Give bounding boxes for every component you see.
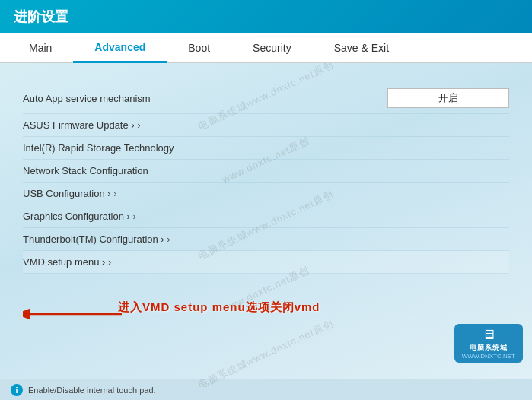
- settings-row-intel-rst: Intel(R) Rapid Storage Technology: [23, 137, 509, 160]
- settings-row-vmd-setup[interactable]: VMD setup menu ›: [23, 251, 509, 274]
- settings-list: Auto App service mechanism开启ASUS Firmwar…: [23, 83, 509, 274]
- brand-name: 电脑系统城: [462, 343, 515, 353]
- annotation-text: 进入VMD setup menu选项关闭vmd: [118, 300, 320, 313]
- tab-advanced[interactable]: Advanced: [73, 33, 167, 63]
- settings-row-network-stack: Network Stack Configuration: [23, 160, 509, 183]
- tab-boot[interactable]: Boot: [167, 34, 231, 62]
- nav-tabs: MainAdvancedBootSecuritySave & Exit: [0, 33, 532, 63]
- settings-row-thunderbolt[interactable]: Thunderbolt(TM) Configuration ›: [23, 228, 509, 251]
- row-label-usb-config: USB Configuration ›: [23, 188, 509, 199]
- bottom-bar: i Enable/Disable internal touch pad.: [0, 379, 532, 400]
- tab-save-exit[interactable]: Save & Exit: [313, 34, 410, 62]
- title-bar: 进阶设置: [0, 0, 532, 33]
- settings-row-auto-app[interactable]: Auto App service mechanism开启: [23, 83, 509, 114]
- info-icon: i: [11, 384, 23, 396]
- tab-security[interactable]: Security: [231, 34, 313, 62]
- row-label-graphics-config: Graphics Configuration ›: [23, 211, 509, 222]
- page-title: 进阶设置: [14, 8, 68, 26]
- brand-url: WWW.DNXTC.NET: [462, 353, 515, 360]
- red-arrow-container: [23, 303, 129, 328]
- settings-row-usb-config[interactable]: USB Configuration ›: [23, 183, 509, 205]
- brand-box: 🖥 电脑系统城 WWW.DNXTC.NET: [454, 324, 523, 363]
- main-content: 电脑系统城www.dnxtc.net原创 www.dnxtc.net原创 电脑系…: [0, 63, 532, 387]
- annotation-box: 进入VMD setup menu选项关闭vmd: [118, 300, 320, 315]
- bottom-bar-text: Enable/Disable internal touch pad.: [28, 386, 156, 395]
- row-label-intel-rst: Intel(R) Rapid Storage Technology: [23, 142, 509, 154]
- row-label-network-stack: Network Stack Configuration: [23, 165, 509, 176]
- settings-row-asus-firmware[interactable]: ASUS Firmware Update ›: [23, 114, 509, 137]
- brand-watermark: 🖥 电脑系统城 WWW.DNXTC.NET: [454, 324, 523, 363]
- red-arrow-svg: [23, 303, 129, 325]
- row-label-auto-app: Auto App service mechanism: [23, 93, 387, 104]
- row-label-vmd-setup: VMD setup menu ›: [23, 256, 509, 268]
- settings-row-graphics-config[interactable]: Graphics Configuration ›: [23, 205, 509, 228]
- tab-main[interactable]: Main: [8, 34, 73, 62]
- brand-icon: 🖥: [482, 327, 495, 342]
- row-value-auto-app[interactable]: 开启: [387, 88, 509, 108]
- row-label-thunderbolt: Thunderbolt(TM) Configuration ›: [23, 233, 509, 245]
- row-label-asus-firmware: ASUS Firmware Update ›: [23, 119, 509, 131]
